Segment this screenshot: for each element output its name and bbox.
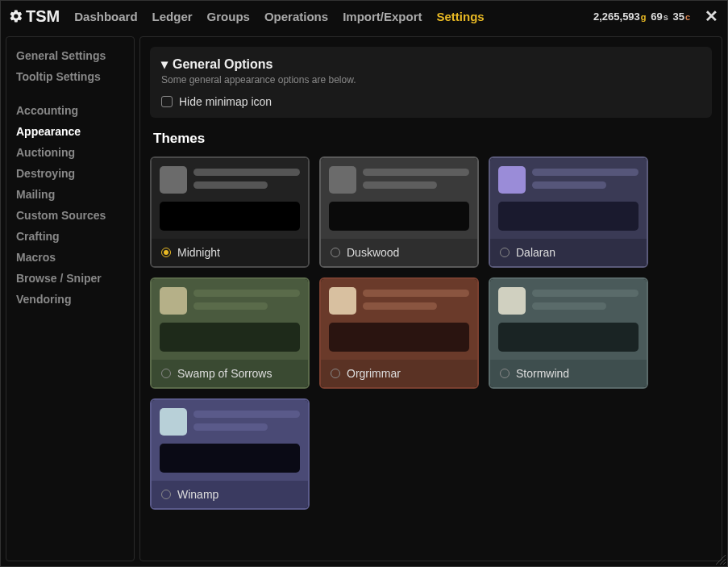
panel-title: General Options — [173, 57, 272, 72]
sidebar-item-browse-sniper[interactable]: Browse / Sniper — [16, 268, 124, 289]
theme-preview — [490, 158, 647, 239]
resize-grip-icon[interactable] — [716, 555, 726, 565]
panel-subtitle: Some general appearance options are belo… — [161, 74, 701, 85]
theme-line — [193, 181, 268, 189]
theme-footer: Duskwood — [321, 239, 477, 266]
theme-card-stormwind[interactable]: Stormwind — [489, 277, 648, 389]
theme-card-duskwood[interactable]: Duskwood — [319, 156, 479, 268]
theme-footer: Stormwind — [490, 360, 647, 387]
sidebar-item-mailing[interactable]: Mailing — [16, 184, 124, 205]
sidebar-item-tooltip-settings[interactable]: Tooltip Settings — [16, 66, 124, 87]
theme-preview — [152, 279, 308, 360]
theme-footer: Winamp — [152, 481, 308, 508]
theme-card-dalaran[interactable]: Dalaran — [489, 156, 648, 268]
general-options-panel: ▾ General Options Some general appearanc… — [150, 47, 712, 118]
theme-bar — [498, 323, 639, 352]
theme-card-swamp-of-sorrows[interactable]: Swamp of Sorrows — [150, 277, 310, 389]
theme-radio[interactable] — [161, 369, 171, 378]
theme-bar — [160, 202, 300, 231]
sidebar-item-vendoring[interactable]: Vendoring — [16, 289, 124, 310]
theme-grid: Midnight Duskwood — [150, 156, 712, 510]
nav-groups[interactable]: Groups — [207, 10, 250, 23]
theme-bar — [160, 444, 300, 473]
theme-line — [193, 411, 300, 418]
theme-footer: Swamp of Sorrows — [152, 360, 308, 387]
theme-line — [532, 302, 606, 310]
theme-swatch — [498, 287, 526, 315]
caret-down-icon: ▾ — [161, 56, 168, 72]
sidebar-item-destroying[interactable]: Destroying — [16, 163, 124, 184]
theme-name: Orgrimmar — [347, 367, 401, 380]
theme-card-orgrimmar[interactable]: Orgrimmar — [319, 277, 479, 389]
theme-line — [363, 302, 437, 310]
theme-line — [363, 169, 469, 176]
nav-settings[interactable]: Settings — [436, 10, 484, 23]
theme-swatch — [329, 287, 356, 315]
theme-bar — [329, 202, 469, 231]
sidebar: General Settings Tooltip Settings Accoun… — [6, 36, 135, 561]
nav-dashboard[interactable]: Dashboard — [74, 10, 137, 23]
theme-preview — [321, 158, 477, 239]
theme-name: Swamp of Sorrows — [177, 367, 272, 380]
theme-footer: Midnight — [152, 239, 308, 266]
themes-title: Themes — [153, 131, 712, 147]
gold-amount: 2,265,593 — [593, 10, 647, 23]
theme-bar — [498, 202, 639, 231]
sidebar-item-crafting[interactable]: Crafting — [16, 226, 124, 247]
theme-line — [193, 423, 268, 431]
theme-footer: Orgrimmar — [321, 360, 477, 387]
theme-radio[interactable] — [331, 369, 340, 378]
sidebar-item-auctioning[interactable]: Auctioning — [16, 142, 124, 163]
nav-import-export[interactable]: Import/Export — [343, 10, 422, 23]
theme-line — [532, 290, 639, 297]
sidebar-item-custom-sources[interactable]: Custom Sources — [16, 205, 124, 226]
theme-swatch — [160, 166, 187, 194]
theme-name: Duskwood — [347, 246, 399, 259]
theme-preview — [152, 158, 308, 239]
close-button[interactable]: ✕ — [703, 6, 719, 26]
nav-operations[interactable]: Operations — [264, 10, 328, 23]
hide-minimap-row[interactable]: Hide minimap icon — [161, 95, 701, 108]
theme-swatch — [160, 408, 187, 436]
theme-name: Winamp — [177, 488, 218, 501]
theme-line — [193, 302, 268, 310]
gear-icon — [9, 9, 23, 23]
theme-preview — [321, 279, 477, 360]
titlebar: TSM Dashboard Ledger Groups Operations I… — [1, 1, 727, 31]
theme-name: Midnight — [177, 246, 220, 259]
sidebar-item-general-settings[interactable]: General Settings — [16, 45, 124, 66]
sidebar-item-macros[interactable]: Macros — [16, 247, 124, 268]
theme-radio[interactable] — [500, 369, 510, 378]
theme-footer: Dalaran — [490, 239, 647, 266]
theme-radio[interactable] — [500, 248, 510, 257]
theme-bar — [329, 323, 469, 352]
theme-line — [532, 169, 639, 176]
sidebar-item-appearance[interactable]: Appearance — [16, 121, 124, 142]
silver-amount: 69 — [651, 10, 668, 23]
theme-preview — [490, 279, 647, 360]
money-display: 2,265,593 69 35 — [593, 10, 690, 23]
theme-swatch — [329, 166, 356, 194]
logo-text: TSM — [26, 7, 60, 26]
theme-swatch — [160, 287, 187, 315]
panel-header[interactable]: ▾ General Options — [161, 56, 701, 72]
theme-line — [363, 181, 437, 189]
theme-name: Dalaran — [516, 246, 555, 259]
hide-minimap-checkbox[interactable] — [161, 96, 173, 107]
app-logo: TSM — [9, 7, 60, 26]
top-nav: Dashboard Ledger Groups Operations Impor… — [74, 10, 484, 23]
theme-swatch — [498, 166, 526, 194]
sidebar-item-accounting[interactable]: Accounting — [16, 100, 124, 121]
theme-line — [532, 181, 606, 189]
theme-line — [193, 290, 300, 297]
theme-line — [363, 290, 469, 297]
theme-radio[interactable] — [161, 248, 171, 257]
theme-card-winamp[interactable]: Winamp — [150, 398, 310, 510]
theme-preview — [152, 400, 308, 481]
theme-radio[interactable] — [161, 490, 171, 499]
theme-card-midnight[interactable]: Midnight — [150, 156, 310, 268]
theme-radio[interactable] — [331, 248, 340, 257]
content: ▾ General Options Some general appearanc… — [139, 36, 722, 561]
nav-ledger[interactable]: Ledger — [152, 10, 193, 23]
theme-line — [193, 169, 300, 176]
